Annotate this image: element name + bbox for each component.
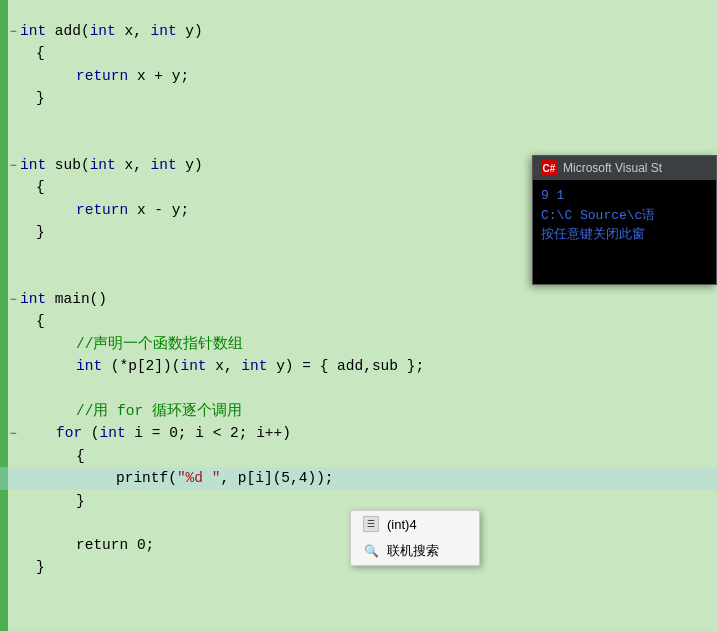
vs-output-line-3: 按任意键关闭此窗 — [541, 225, 708, 245]
code-line: { — [0, 310, 717, 332]
vs-output-window: C# Microsoft Visual St 9 1 C:\C Source\c… — [532, 155, 717, 285]
context-menu-item-search[interactable]: 🔍 联机搜索 — [351, 537, 479, 565]
menu-item-icon: ☰ — [363, 516, 379, 532]
code-line: //声明一个函数指针数组 — [0, 333, 717, 355]
vs-app-icon: C# — [541, 160, 557, 176]
code-content-20: { — [16, 445, 717, 467]
code-line — [0, 132, 717, 154]
menu-search-icon: 🔍 — [363, 543, 379, 559]
collapse-btn-13[interactable]: − — [0, 291, 16, 310]
vs-window-title: Microsoft Visual St — [563, 161, 662, 175]
code-line: int (*p[2])(int x, int y) = { add,sub }; — [0, 355, 717, 377]
code-line: } — [0, 490, 717, 512]
code-line: //用 for 循环逐个调用 — [0, 400, 717, 422]
code-line — [0, 110, 717, 132]
collapse-btn-7[interactable]: − — [0, 157, 16, 176]
context-menu-item-int4[interactable]: ☰ (int)4 — [351, 511, 479, 537]
context-menu-label-2: 联机搜索 — [387, 542, 439, 560]
vs-output-line-2: C:\C Source\c语 — [541, 206, 708, 226]
code-line — [0, 378, 717, 400]
code-content-19: for (int i = 0; i < 2; i++) — [16, 422, 717, 444]
collapse-btn-1[interactable]: − — [0, 23, 16, 42]
code-content-4: } — [16, 87, 717, 109]
code-content-21: printf("%d ", p[i](5,4)); — [16, 467, 717, 489]
code-line-highlighted: printf("%d ", p[i](5,4)); — [0, 467, 717, 489]
code-line: − int add(int x, int y) — [0, 20, 717, 42]
code-line: { — [0, 42, 717, 64]
code-content-15: //声明一个函数指针数组 — [16, 333, 717, 355]
context-menu[interactable]: ☰ (int)4 🔍 联机搜索 — [350, 510, 480, 566]
code-content-2: { — [16, 42, 717, 64]
code-line: return x + y; — [0, 65, 717, 87]
code-content-13: int main() — [16, 288, 717, 310]
code-line: − for (int i = 0; i < 2; i++) — [0, 422, 717, 444]
vs-body: 9 1 C:\C Source\c语 按任意键关闭此窗 — [533, 180, 716, 284]
code-content-16: int (*p[2])(int x, int y) = { add,sub }; — [16, 355, 717, 377]
code-content-18: //用 for 循环逐个调用 — [16, 400, 717, 422]
code-line: { — [0, 445, 717, 467]
vs-output-line-1: 9 1 — [541, 186, 708, 206]
collapse-btn-19[interactable]: − — [0, 425, 16, 444]
code-line: } — [0, 87, 717, 109]
vs-titlebar: C# Microsoft Visual St — [533, 156, 716, 180]
code-content-3: return x + y; — [16, 65, 717, 87]
code-content-1: int add(int x, int y) — [16, 20, 717, 42]
code-content-14: { — [16, 310, 717, 332]
context-menu-label-1: (int)4 — [387, 517, 417, 532]
code-editor: − int add(int x, int y) { return x + y; … — [0, 0, 717, 631]
code-content-22: } — [16, 490, 717, 512]
code-line: − int main() — [0, 288, 717, 310]
